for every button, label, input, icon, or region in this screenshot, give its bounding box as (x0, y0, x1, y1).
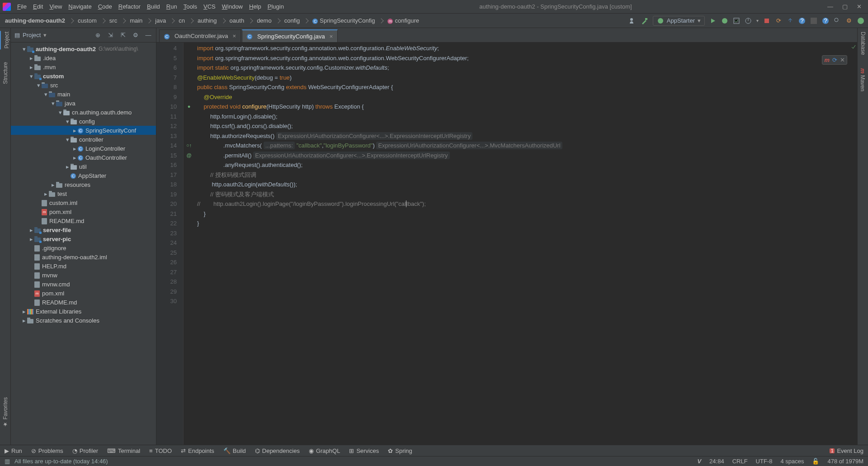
line-number[interactable]: 8 (156, 82, 177, 92)
tree-node[interactable]: ▾controller (11, 135, 156, 144)
menu-run[interactable]: Run (166, 3, 177, 10)
project-view-selector[interactable]: ▤ Project ▾ (14, 32, 47, 38)
build-hammer-icon[interactable] (641, 17, 648, 24)
crumb-5[interactable]: cn (177, 17, 186, 24)
editor-tab[interactable]: OauthController.java× (159, 29, 241, 42)
gutter-icon[interactable] (184, 53, 194, 63)
code-line[interactable]: http.csrf().and().cors().disable(); (197, 121, 857, 131)
gutter-icon[interactable] (184, 238, 194, 248)
code-line[interactable]: @Override (197, 92, 857, 102)
line-number[interactable]: 28 (156, 277, 177, 287)
bottom-tool-graphql[interactable]: ◉GraphQL (309, 447, 340, 454)
users-icon[interactable] (629, 17, 637, 24)
tree-node[interactable]: ▾src (11, 81, 156, 90)
tree-twisty[interactable]: ▾ (50, 100, 56, 107)
help-icon[interactable]: ? (798, 17, 806, 24)
tree-twisty[interactable]: ▸ (28, 227, 34, 233)
maximize-icon[interactable]: ▢ (842, 3, 848, 10)
debug-icon[interactable] (721, 17, 728, 24)
minimize-icon[interactable]: — (827, 3, 833, 10)
tool-structure-tab[interactable]: Structure (1, 61, 9, 85)
menu-help[interactable]: Help (249, 3, 261, 10)
line-number[interactable]: 12 (156, 121, 177, 131)
tree-node[interactable]: ▸LoginController (11, 144, 156, 153)
close-badge-icon[interactable]: ✕ (840, 57, 845, 63)
tool-favorites-tab[interactable]: ★ Favorites (1, 396, 9, 428)
menu-view[interactable]: View (49, 3, 62, 10)
menu-tools[interactable]: Tools (184, 3, 197, 10)
bottom-tool-dependencies[interactable]: ⌬Dependencies (255, 447, 300, 454)
run-config-selector[interactable]: AppStarter ▾ (653, 16, 705, 26)
gutter-icon[interactable] (184, 180, 194, 190)
line-number[interactable]: 13 (156, 131, 177, 141)
line-number[interactable]: 30 (156, 296, 177, 306)
line-number[interactable]: 18 (156, 180, 177, 190)
line-number[interactable]: 11 (156, 112, 177, 122)
menu-code[interactable]: Code (98, 3, 112, 10)
crumb-11[interactable]: configure (386, 17, 420, 25)
tree-twisty[interactable]: ▸ (42, 190, 49, 197)
tree-node[interactable]: ▸util (11, 162, 156, 171)
run-icon[interactable] (709, 17, 717, 24)
tree-node[interactable]: README.md (11, 216, 156, 225)
tree-node[interactable]: custom.iml (11, 198, 156, 207)
line-number[interactable]: 14 (156, 141, 177, 151)
line-number[interactable]: 27 (156, 267, 177, 277)
tree-twisty[interactable]: ▸ (28, 236, 34, 243)
tool-project-tab[interactable]: Project (0, 31, 11, 49)
tool-database-tab[interactable]: Database (859, 31, 867, 56)
gear-icon[interactable]: ⚙ (132, 31, 140, 39)
tree-node[interactable]: ▸SpringSecurityConf (11, 126, 156, 135)
gutter-icon[interactable] (184, 209, 194, 219)
crumb-6[interactable]: authing (196, 17, 218, 24)
memory-indicator[interactable]: 478 of 1979M (827, 458, 863, 465)
gutter-icon[interactable] (184, 43, 194, 53)
tree-twisty[interactable]: ▾ (64, 136, 71, 143)
code-line[interactable]: http.oauth2Login(withDefaults()); (197, 180, 857, 190)
code-line[interactable]: public class SpringSecurityConfig extend… (197, 82, 857, 92)
avatar-icon[interactable] (857, 17, 864, 24)
menu-edit[interactable]: Edit (33, 3, 43, 10)
code-line[interactable]: .anyRequest().authenticated(); (197, 160, 857, 170)
gutter-icon[interactable] (184, 228, 194, 238)
gutter-icon[interactable] (184, 121, 194, 131)
menu-window[interactable]: Window (222, 3, 243, 10)
bottom-tool-terminal[interactable]: ⌨Terminal (107, 447, 140, 454)
gutter-icon[interactable]: ○↑ @ (184, 141, 194, 151)
line-number[interactable]: 4 (156, 43, 177, 53)
crumb-8[interactable]: demo (255, 17, 273, 24)
find-icon[interactable] (834, 17, 841, 24)
tree-twisty[interactable]: ▸ (28, 55, 34, 62)
crumb-9[interactable]: config (283, 17, 302, 24)
code-line[interactable]: } (197, 209, 857, 219)
line-number[interactable]: 6 (156, 63, 177, 73)
tree-twisty[interactable]: ▸ (64, 163, 71, 170)
bottom-tool-build[interactable]: 🔨Build (223, 447, 246, 454)
tree-node[interactable]: ▸External Libraries (11, 307, 156, 316)
gutter-icon[interactable] (184, 277, 194, 287)
hide-icon[interactable]: — (144, 31, 152, 39)
menu-plugin[interactable]: Plugin (268, 3, 284, 10)
tree-twisty[interactable]: ▾ (28, 73, 34, 80)
menu-refactor[interactable]: Refactor (118, 3, 141, 10)
git-push-icon[interactable] (787, 17, 794, 24)
line-number[interactable]: 15 (156, 151, 177, 161)
code-content[interactable]: import org.springframework.security.conf… (184, 43, 857, 445)
line-number[interactable]: 29 (156, 287, 177, 297)
bottom-tool-endpoints[interactable]: ⇄Endpoints (181, 447, 214, 454)
line-number[interactable]: 9 (156, 92, 177, 102)
gutter-icon[interactable] (184, 248, 194, 258)
code-line[interactable]: protected void configure(HttpSecurity ht… (197, 102, 857, 112)
code-line[interactable]: // 授权码模式回调 (197, 170, 857, 180)
gutter-icon[interactable] (184, 63, 194, 73)
tree-twisty[interactable]: ▾ (35, 82, 42, 89)
status-bar-icon[interactable]: ▥ (5, 458, 10, 465)
code-line[interactable]: @EnableWebSecurity(debug = true) (197, 73, 857, 83)
crumb-2[interactable]: src (108, 17, 118, 24)
tree-twisty[interactable]: ▸ (21, 308, 27, 315)
tree-node[interactable]: ▸Scratches and Consoles (11, 316, 156, 325)
code-line[interactable]: // http.oauth2Login().loginPage("/loginB… (197, 199, 857, 209)
tree-twisty[interactable]: ▸ (71, 154, 78, 161)
search-everywhere-icon[interactable]: ? (822, 17, 829, 24)
code-line[interactable]: // 密码模式及客户端模式 (197, 190, 857, 200)
